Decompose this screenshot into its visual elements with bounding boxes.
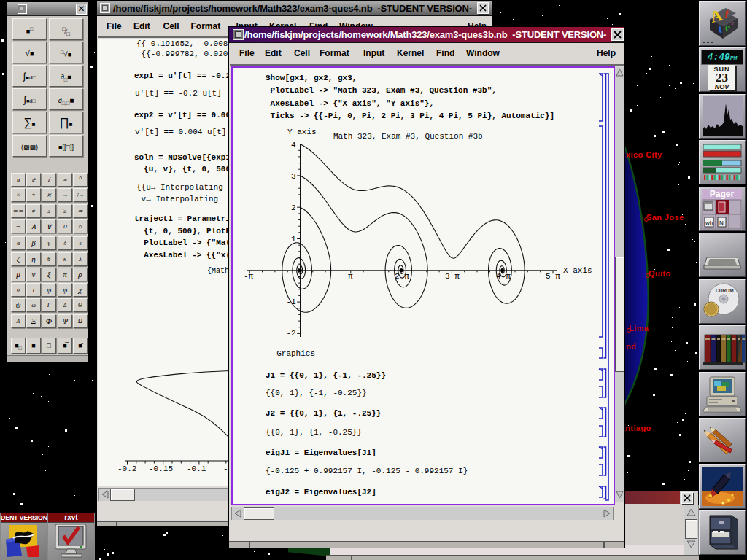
- svg-text:r: r: [732, 19, 734, 26]
- svg-text:CDROM: CDROM: [716, 288, 734, 293]
- svg-text:N: N: [719, 219, 724, 226]
- svg-text:wh: wh: [705, 219, 713, 226]
- svg-text:e: e: [725, 21, 730, 34]
